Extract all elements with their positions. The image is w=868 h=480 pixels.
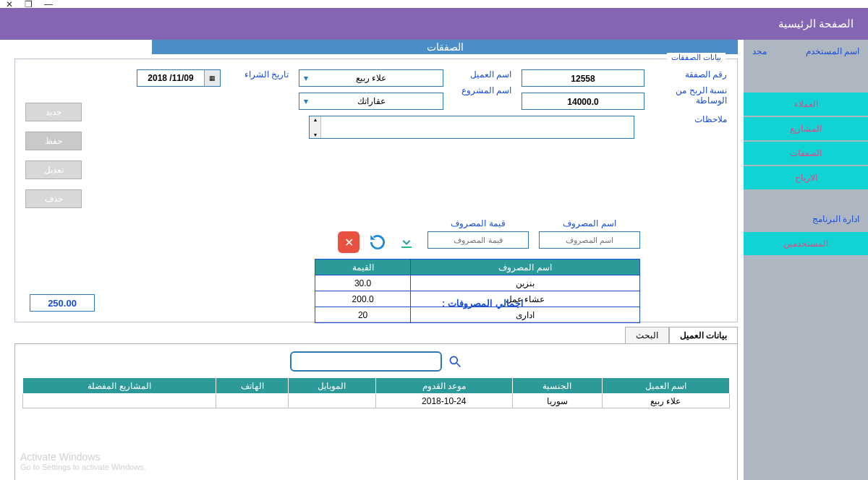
label-deal-no: رقم الصفقة (655, 69, 727, 80)
deal-panel: بيانات الصفقات رقم الصفقة نسبة الربح من … (14, 59, 738, 322)
expense-name-input[interactable] (539, 231, 640, 249)
sidebar: اسم المستخدم مجد العملاء المشاريع الصفقا… (744, 40, 868, 480)
search-icon[interactable] (448, 354, 462, 369)
tab-search[interactable]: البحث (625, 327, 669, 343)
clients-table: اسم العميل الجنسية موعد القدوم الموبايل … (22, 377, 730, 408)
project-select[interactable]: عقاراتك (299, 93, 443, 110)
sidebar-item-profits[interactable]: الارباح (744, 166, 868, 189)
th-client-name: اسم العميل (602, 378, 729, 394)
maximize-icon[interactable]: ❐ (25, 0, 33, 9)
app-header: الصفحة الرئيسية (0, 8, 868, 40)
th-fav-projects: المشاريع المفضلة (23, 378, 216, 394)
exp-th-value: القيمة (315, 260, 411, 275)
svg-point-1 (450, 356, 457, 364)
exp-th-name: اسم المصروف (411, 260, 640, 275)
label-expense-value: قيمة المصروف (451, 218, 505, 228)
purchase-date-value: 11/09/ 2018 (137, 73, 204, 83)
sidebar-user: اسم المستخدم مجد (744, 40, 868, 63)
profit-pct-input[interactable]: 14000.0 (522, 93, 644, 110)
label-client: اسم العميل (454, 69, 511, 80)
sidebar-section-admin: ادارة البرنامج (744, 207, 868, 231)
edit-button[interactable]: تعديل (25, 160, 82, 179)
save-button[interactable]: حفظ (25, 132, 82, 150)
close-icon[interactable]: ✕ (338, 231, 359, 253)
label-project: اسم المشروع (454, 85, 511, 95)
label-purchase-date: تاريخ الشراء (231, 69, 289, 80)
tab-client-data[interactable]: بيانات العميل (669, 327, 738, 343)
label-expense-name: اسم المصروف (563, 218, 616, 228)
page-title: الصفحة الرئيسية (778, 17, 854, 30)
table-row[interactable]: بنزين30.0 (315, 275, 640, 291)
sidebar-item-projects[interactable]: المشاريع (744, 117, 868, 140)
user-label: اسم المستخدم (806, 46, 859, 56)
label-profit-pct: نسبة الربح من الوساطة (655, 85, 727, 106)
refresh-icon[interactable] (367, 231, 388, 253)
project-select-value: عقاراتك (357, 96, 386, 106)
table-row[interactable]: علاء ربيع سوريا 2018-10-24 (23, 394, 730, 408)
search-input[interactable] (290, 351, 442, 372)
label-notes: ملاحظات (655, 114, 727, 124)
expense-value-input[interactable] (427, 231, 529, 249)
th-phone: الهاتف (216, 378, 289, 394)
tabs: بيانات العميل البحث (14, 327, 738, 343)
th-arrival: موعد القدوم (375, 378, 512, 394)
minimize-icon[interactable]: — (44, 0, 53, 9)
client-select[interactable]: علاء ربيع (299, 69, 443, 87)
expenses-table: اسم المصروف القيمة بنزين30.0 عشاء عمل200… (315, 259, 640, 323)
download-icon[interactable] (396, 231, 417, 253)
delete-button[interactable]: حذف (25, 189, 82, 208)
close-icon[interactable]: ✕ (6, 0, 13, 9)
label-total-expenses: اجمالي المصروفات : (442, 298, 524, 309)
svg-line-2 (457, 364, 461, 367)
user-value: مجد (752, 46, 767, 56)
client-select-value: علاء ربيع (356, 73, 386, 83)
sidebar-item-deals[interactable]: الصفقات (744, 142, 868, 165)
calendar-icon[interactable]: ▦ (204, 70, 220, 86)
total-expenses-value: 250.00 (30, 294, 95, 312)
purchase-date-input[interactable]: ▦ 11/09/ 2018 (137, 69, 221, 87)
svg-rect-0 (401, 247, 412, 248)
panel-legend: بيانات الصفقات (667, 53, 726, 62)
th-nationality: الجنسية (512, 378, 602, 394)
new-button[interactable]: جديد (25, 103, 82, 121)
main-content: الصفقات بيانات الصفقات رقم الصفقة نسبة ا… (0, 40, 744, 480)
sidebar-item-users[interactable]: المستخدمين (744, 232, 868, 255)
activate-windows-watermark: Activate Windows Go to Settings to activ… (20, 451, 146, 471)
window-titlebar: ✕ ❐ — (0, 0, 868, 8)
deal-no-input[interactable]: 12558 (522, 69, 644, 87)
notes-scrollbar[interactable]: ▴▾ (310, 116, 321, 138)
notes-textarea[interactable]: ▴▾ (309, 116, 634, 139)
sidebar-item-clients[interactable]: العملاء (744, 93, 868, 116)
th-mobile: الموبايل (288, 378, 375, 394)
content-title: الصفقات (152, 40, 738, 54)
